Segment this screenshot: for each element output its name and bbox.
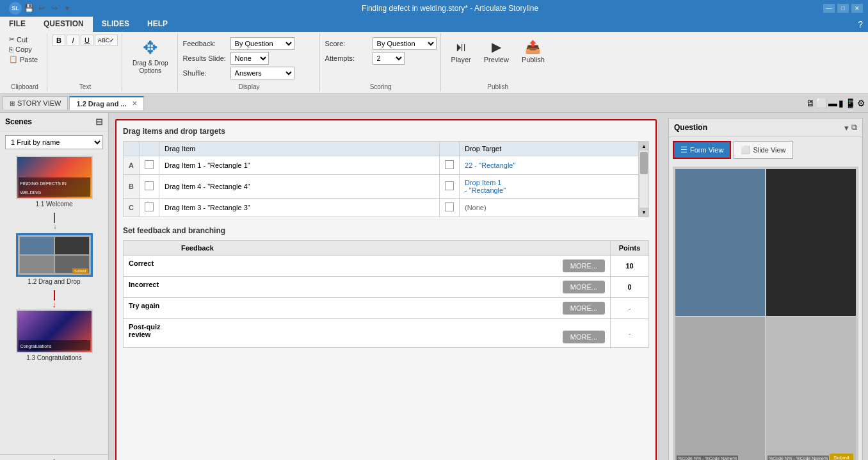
table-scroll-up[interactable]: ▲ — [639, 142, 648, 151]
title-bar: SL 💾 ↩ ↪ ▾ Finding defect in welding.sto… — [0, 0, 868, 17]
drop-checkbox-icon-a[interactable] — [445, 160, 454, 169]
slide-view-button[interactable]: ⬜ Slide View — [734, 141, 792, 159]
current-slide-tab[interactable]: 1.2 Drag and ... ✕ — [69, 96, 143, 110]
scenes-minimize-button[interactable]: ⊟ — [95, 117, 103, 127]
incorrect-more-button[interactable]: MORE... — [563, 281, 605, 293]
drag-item-a: Drag Item 1 - "Rectangle 1" — [159, 156, 439, 175]
slide-item-1-1[interactable]: FINDING DEFECTS IN WELDING 1.1 Welcome — [3, 156, 106, 208]
row-label-b: B — [124, 175, 140, 199]
try-again-more-button[interactable]: MORE... — [563, 302, 605, 315]
display-group: Feedback: By Question Results Slide: Non… — [179, 33, 320, 92]
portrait-view-button[interactable]: ▮ — [839, 98, 844, 108]
points-col-header: Points — [611, 241, 649, 256]
redo-button[interactable]: ↪ — [49, 3, 60, 14]
slides-list: FINDING DEFECTS IN WELDING 1.1 Welcome ↓ — [0, 153, 108, 454]
drop-checkbox-icon-b[interactable] — [445, 181, 454, 190]
settings-button[interactable]: ⚙ — [857, 98, 865, 108]
correct-more-button[interactable]: MORE... — [563, 259, 605, 272]
drag-drop-options-button[interactable]: ✥ Drag & DropOptions — [127, 35, 173, 78]
attempts-select[interactable]: 2 — [373, 52, 405, 65]
italic-button[interactable]: I — [67, 35, 79, 46]
slide-connector-arrow-1: ↓ — [54, 223, 55, 233]
feedback-col-header: Feedback — [124, 241, 611, 256]
form-view-button[interactable]: ☰ Form View — [673, 141, 731, 159]
tab-file[interactable]: FILE — [0, 17, 35, 32]
save-button[interactable]: 💾 — [23, 3, 35, 14]
tab-question[interactable]: QUESTION — [35, 17, 93, 32]
checkbox-icon-c[interactable] — [145, 202, 154, 211]
feedback-select[interactable]: By Question — [230, 37, 294, 50]
monitor-view-button[interactable]: 🖥 — [806, 98, 815, 108]
undo-button[interactable]: ↩ — [36, 3, 47, 14]
question-form: Drag items and drop targets Drag Item Dr… — [115, 119, 657, 460]
question-panel-header: Question ▾ ⧉ — [669, 119, 862, 137]
drag-checkbox-a[interactable] — [139, 156, 159, 175]
feedback-heading: Set feedback and branching — [123, 226, 649, 235]
close-button[interactable]: ✕ — [851, 4, 863, 13]
drop-checkbox-b[interactable] — [440, 175, 460, 199]
post-quiz-more-button[interactable]: MORE... — [563, 331, 605, 343]
bold-button[interactable]: B — [52, 35, 65, 46]
scene-dropdown[interactable]: 1 Fruit by name — [5, 135, 103, 149]
correct-label: Correct MORE... — [124, 256, 611, 277]
main-layout: Scenes ⊟ 1 Fruit by name FINDING DEFECTS… — [0, 113, 868, 460]
spellcheck-button[interactable]: ABC✓ — [95, 35, 118, 46]
panel-restore-button[interactable]: ⧉ — [851, 122, 857, 133]
form-view-icon: ☰ — [680, 145, 687, 154]
paste-button[interactable]: 📋 Paste — [6, 54, 43, 64]
slide-label-1-1: 1.1 Welcome — [35, 201, 72, 208]
drag-item-b: Drag Item 4 - "Rectangle 4" — [159, 175, 439, 199]
drag-drop-group: ✥ Drag & DropOptions — [124, 33, 178, 92]
window-title: Finding defect in welding.story* - Artic… — [77, 4, 823, 13]
checkbox-icon-b[interactable] — [145, 181, 154, 190]
scenes-scroll-up[interactable]: ▲ — [51, 456, 58, 460]
preview-icon: ▶ — [492, 39, 501, 54]
drop-target-header: Drop Target — [460, 142, 639, 156]
tab-slides[interactable]: SLIDES — [93, 17, 138, 32]
scrollbar-thumb — [640, 152, 648, 174]
score-select[interactable]: By Question — [373, 37, 437, 50]
drag-items-table-container: Drag Item Drop Target A Drag Item 1 - "R… — [123, 141, 649, 217]
slide-item-1-3[interactable]: Congratulations 1.3 Congratulations — [3, 309, 106, 361]
preview-cell-3: %Code N% - %Code Name% — [675, 317, 765, 461]
drop-checkbox-c[interactable] — [440, 199, 460, 217]
tab-close-icon[interactable]: ✕ — [132, 100, 137, 107]
results-slide-select[interactable]: None — [230, 52, 269, 65]
copy-button[interactable]: ⎘ Copy — [6, 45, 43, 54]
drag-drop-icon: ✥ — [143, 37, 157, 58]
player-button[interactable]: ⏯ Player — [446, 38, 476, 65]
player-icon: ⏯ — [454, 40, 467, 54]
drag-checkbox-c[interactable] — [139, 199, 159, 217]
cut-button[interactable]: ✂ Cut — [6, 35, 43, 44]
maximize-button[interactable]: □ — [837, 4, 849, 13]
row-label-a: A — [124, 156, 140, 175]
preview-cell-4: %Code N% - %Code Name% — [766, 317, 856, 461]
score-row: Score: By Question — [325, 37, 437, 50]
tablet-view-button[interactable]: ⬜ — [816, 98, 827, 108]
underline-button[interactable]: U — [81, 35, 93, 46]
shuffle-select[interactable]: Answers — [230, 67, 294, 79]
phone-view-button[interactable]: 📱 — [845, 98, 856, 108]
help-icon[interactable]: ? — [853, 17, 868, 32]
preview-button[interactable]: ▶ Preview — [479, 37, 514, 65]
slide-item-1-2[interactable]: Submit 1.2 Drag and Drop — [3, 233, 106, 285]
landscape-view-button[interactable]: ▬ — [828, 98, 837, 108]
checkbox-icon-a[interactable] — [145, 160, 154, 169]
preview-cell-2 — [766, 169, 856, 316]
table-row: C Drag Item 3 - "Rectangle 3" (None) — [124, 199, 639, 217]
shuffle-label: Shuffle: — [183, 69, 228, 77]
quick-access-dropdown[interactable]: ▾ — [61, 3, 73, 14]
tab-help[interactable]: HELP — [138, 17, 177, 32]
clipboard-label: Clipboard — [11, 82, 38, 90]
publish-button[interactable]: 📤 Publish — [517, 37, 550, 65]
minimize-button[interactable]: — — [823, 4, 835, 13]
panel-dropdown-button[interactable]: ▾ — [844, 122, 849, 133]
story-view-tab[interactable]: ⊞ STORY VIEW — [3, 96, 68, 110]
drop-checkbox-icon-c[interactable] — [445, 202, 454, 211]
drag-checkbox-b[interactable] — [139, 175, 159, 199]
attempts-row: Attempts: 2 — [325, 52, 437, 65]
post-quiz-label: Post-quizreview MORE... — [124, 319, 611, 348]
app-icon: SL — [9, 2, 22, 15]
drop-checkbox-a[interactable] — [440, 156, 460, 175]
table-scroll-down[interactable]: ▼ — [639, 208, 648, 217]
